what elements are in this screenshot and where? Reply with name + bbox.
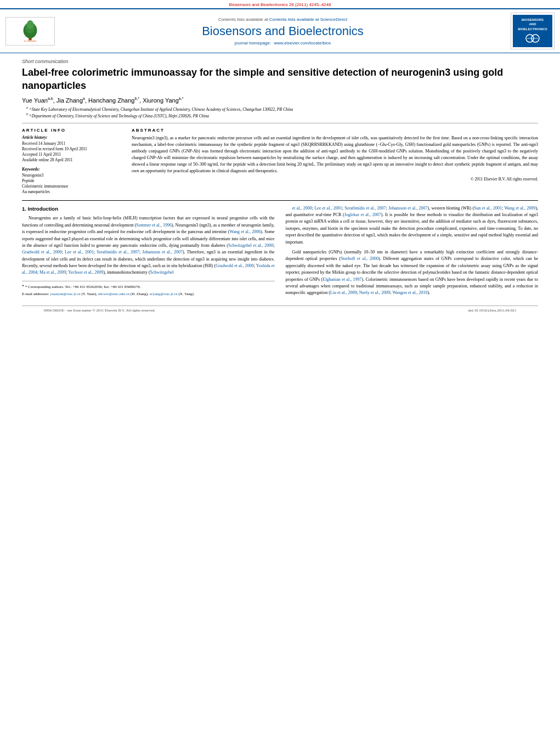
article-main: Short communication Label-free colorimet… — [0, 59, 560, 315]
available-date: Available online 28 April 2011 — [22, 157, 121, 162]
copyright-line: © 2011 Elsevier B.V. All rights reserved… — [132, 177, 538, 182]
authors-line: Yue Yuana,b, Jia Zhanga, Hanchang Zhangb… — [22, 97, 538, 104]
body-right-col: et al., 2000; Lee et al., 2001; Serafimi… — [286, 205, 539, 300]
info-abstract-section: ARTICLE INFO Article history: Received 1… — [22, 128, 538, 195]
email-1[interactable]: yuanyue@ciac.jl.cn — [50, 292, 80, 296]
ref-liu[interactable]: Liu et al., 2009 — [330, 290, 357, 295]
affil-b: b ᵇ Department of Chemistry, University … — [26, 112, 538, 118]
ref-gradwohl2[interactable]: Gradwohl et al., 2000 — [216, 263, 254, 268]
homepage-url[interactable]: www.elsevier.com/locate/bios — [274, 41, 331, 46]
keywords-block: Keywords: Neurogenin3 Peptide Colorimetr… — [22, 167, 121, 194]
keyword-4: Au nanoparticles — [22, 189, 121, 194]
article-type-label: Short communication — [22, 59, 538, 64]
sciencedirect-link[interactable]: Contents lists available at ScienceDirec… — [269, 17, 347, 22]
article-title: Label-free colorimetric immunoassay for … — [22, 66, 538, 92]
homepage-label: journal homepage: — [235, 41, 271, 46]
ref-wang[interactable]: Wang et al., 2006 — [230, 229, 261, 234]
abstract-col: ABSTRACT Neurogenin3 (ngn3), as a marker… — [132, 128, 538, 195]
journal-brand-icon — [524, 33, 541, 44]
journal-logo-right: BIOSENSORSANDBIOELECTRONICS — [511, 13, 555, 49]
affiliations-block: a ᵃ State Key Laboratory of Electroanaly… — [22, 106, 538, 118]
ref-wang-2009[interactable]: Wang et al., 2009 — [504, 206, 535, 211]
page-footer: 0956-5663/$ – see front matter © 2011 El… — [22, 306, 538, 315]
keyword-2: Peptide — [22, 178, 121, 183]
footer-left: 0956-5663/$ – see front matter © 2011 El… — [44, 308, 155, 313]
journal-citation-text: Biosensors and Bioelectronics 26 (2011) … — [229, 2, 331, 7]
ref-lee[interactable]: Lee et al., 2001 — [65, 250, 94, 254]
revised-date: Received in revised form 10 April 2011 — [22, 146, 121, 151]
ref-wangoo[interactable]: Wangoo et al., 2010 — [392, 290, 427, 295]
keywords-heading: Keywords: — [22, 167, 121, 172]
received-date: Received 14 January 2011 — [22, 141, 121, 146]
sciencedirect-line: Contents lists available at Contents lis… — [60, 17, 505, 22]
journal-brand-box: BIOSENSORSANDBIOELECTRONICS — [513, 15, 552, 47]
abstract-heading: ABSTRACT — [132, 128, 538, 133]
footnote-emails: E-mail addresses: yuanyue@ciac.jl.cn (Y.… — [22, 291, 275, 297]
svg-point-3 — [27, 20, 33, 29]
intro-para-right-2: Gold nanoparticles (GNPs) (normally 10–5… — [286, 249, 539, 297]
journal-brand-text: BIOSENSORSANDBIOELECTRONICS — [514, 18, 551, 31]
elsevier-tree-icon: ELSEVIER — [16, 20, 44, 42]
body-two-col: 1. Introduction Neurogenins are a family… — [22, 205, 538, 300]
journal-header: ELSEVIER Contents lists available at Con… — [0, 8, 560, 53]
body-section: 1. Introduction Neurogenins are a family… — [22, 200, 538, 300]
ref-lee-2001[interactable]: Lee et al., 2001 — [314, 206, 342, 211]
ref-seraf[interactable]: Serafimidis et al., 2007 — [97, 250, 139, 254]
svg-text:ELSEVIER: ELSEVIER — [24, 40, 37, 41]
affil-a: a ᵃ State Key Laboratory of Electroanaly… — [26, 106, 538, 112]
email-3[interactable]: xryang@ciac.jl.cn — [150, 292, 178, 296]
journal-title-area: Contents lists available at Contents lis… — [60, 17, 505, 46]
ref-sun[interactable]: Sun et al., 2001 — [474, 206, 502, 211]
article-info-col: ARTICLE INFO Article history: Received 1… — [22, 128, 121, 195]
footer-right: doi:10.1016/j.bios.2011.04.021 — [468, 308, 516, 313]
keyword-3: Colorimetric immunosensor — [22, 184, 121, 189]
body-left-col: 1. Introduction Neurogenins are a family… — [22, 205, 275, 300]
abstract-text: Neurogenin3 (ngn3), as a marker for panc… — [132, 135, 538, 174]
ref-neely[interactable]: Neely et al., 2009 — [359, 290, 391, 295]
ref-et-al-2000[interactable]: et al., 2000 — [292, 206, 312, 211]
email-2[interactable]: zhcww@ustc.edu.cn — [98, 292, 129, 296]
ref-storhoff[interactable]: Storhoff et al., 2000 — [341, 256, 378, 261]
keyword-1: Neurogenin3 — [22, 173, 121, 178]
ref-joglekar[interactable]: Joglekar et al., 2007 — [344, 212, 381, 217]
journal-homepage-line: journal homepage: www.elsevier.com/locat… — [60, 41, 505, 46]
article-info-heading: ARTICLE INFO — [22, 128, 121, 133]
intro-heading: 1. Introduction — [22, 205, 275, 213]
journal-citation-bar: Biosensors and Bioelectronics 26 (2011) … — [0, 0, 560, 8]
journal-title: Biosensors and Bioelectronics — [60, 24, 505, 38]
accepted-date: Accepted 11 April 2011 — [22, 152, 121, 157]
footnote-corresponding: * * Corresponding authors. Tel.: +86 431… — [22, 284, 275, 290]
elsevier-logo: ELSEVIER — [5, 17, 55, 46]
footnotes-block: * * Corresponding authors. Tel.: +86 431… — [22, 281, 275, 297]
ref-johansson-2007[interactable]: Johansson et al., 2007 — [388, 206, 427, 211]
ref-gradwohl[interactable]: Gradwohl et al., 2000 — [22, 250, 62, 254]
history-heading: Article history: — [22, 135, 121, 140]
intro-para-right-1: et al., 2000; Lee et al., 2001; Serafimi… — [286, 205, 539, 246]
ref-schwitz2[interactable]: Schwitzgebel — [150, 270, 174, 275]
ref-yechoor[interactable]: Yechoor et al., 2009 — [68, 270, 103, 275]
section-divider — [22, 123, 538, 123]
ref-ma[interactable]: Ma et al., 2009 — [39, 270, 66, 275]
article-history-block: Article history: Received 14 January 201… — [22, 135, 121, 162]
ref-elghanian[interactable]: Elghanian et al., 1997 — [323, 277, 361, 282]
ref-schwitz[interactable]: Schwitzgebel et al., 2000 — [228, 243, 273, 248]
ref-sommer[interactable]: Sommer et al., 1996 — [136, 223, 172, 228]
ref-johansson[interactable]: Johansson et al., 2007 — [142, 250, 183, 254]
intro-para-1: Neurogenins are a family of basic helix-… — [22, 215, 275, 276]
ref-seraf-2007[interactable]: Serafimidis et al., 2007 — [344, 206, 386, 211]
